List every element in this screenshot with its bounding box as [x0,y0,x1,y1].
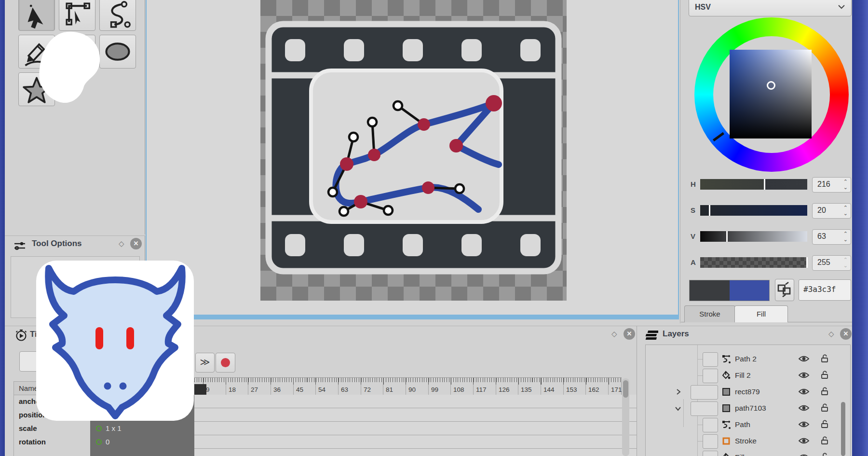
layer-thumbnail[interactable] [703,451,718,456]
stopwatch-play-icon [14,329,28,342]
layer-row[interactable]: rect879 [646,384,849,401]
unlock-icon[interactable] [820,354,829,363]
skip-end-button[interactable]: ≫ [195,353,215,373]
layer-thumbnail[interactable] [691,401,718,416]
dragon-mascot-logo [36,261,194,421]
layer-row[interactable]: Path [646,417,849,433]
layer-row[interactable]: Path 2 [646,351,849,368]
property-row[interactable]: scale 1 x 1 [14,422,195,436]
hue-spinbox[interactable]: 216⌃⌄ [812,177,851,193]
name-column-header: Name [19,384,38,392]
ruler-number: 135 [521,386,532,393]
tool-options-float-icon[interactable]: ◇ [119,240,124,247]
ruler-number: 27 [251,386,258,393]
layer-row[interactable]: Stroke [646,433,849,450]
timeline-tracks[interactable] [194,395,637,456]
ruler-number: 9 [206,386,210,393]
saturation-slider[interactable] [700,205,807,216]
visible-eye-icon[interactable] [798,355,810,362]
expander-collapsed-icon[interactable] [676,388,681,395]
ruler-number: 162 [588,386,599,393]
film-strip-artwork[interactable] [260,0,567,301]
swatch-secondary [730,280,769,301]
unlock-icon[interactable] [820,419,829,429]
visible-eye-icon[interactable] [798,421,810,428]
unlock-icon[interactable] [820,452,829,456]
stroke-icon [721,436,731,446]
ruler-number: 171 [611,386,622,393]
unlock-icon[interactable] [820,387,829,396]
layer-thumbnail[interactable] [691,385,718,400]
expander-expanded-icon[interactable] [675,406,681,412]
layers-tree: Path 2 Fill 2 [645,345,851,456]
visible-eye-icon[interactable] [798,388,810,395]
layers-float-icon[interactable]: ◇ [828,330,834,337]
group-icon [721,403,731,413]
layer-row[interactable]: Fill [646,450,849,456]
timeline-float-icon[interactable]: ◇ [611,330,617,337]
layer-row[interactable]: path7103 [646,401,849,417]
fill-icon [721,453,731,456]
visible-eye-icon[interactable] [798,454,810,456]
layers-scrollbar[interactable] [841,402,845,456]
color-mode-value: HSV [695,3,711,12]
layer-row[interactable]: Fill 2 [646,368,849,384]
layer-thumbnail[interactable] [703,418,718,432]
sv-selector[interactable] [767,81,775,90]
layer-thumbnail[interactable] [703,369,718,383]
ruler-number: 36 [273,386,281,393]
visible-eye-icon[interactable] [798,372,810,379]
layers-close-button[interactable]: ✕ [840,328,852,340]
canvas-right-divider[interactable] [680,0,680,323]
canvas-document[interactable] [260,0,567,301]
value-slider[interactable] [700,231,807,242]
sv-square[interactable] [730,50,812,138]
color-wheel[interactable] [694,17,849,172]
layer-thumbnail[interactable] [703,352,718,367]
visible-eye-icon[interactable] [798,437,810,444]
layer-thumbnail[interactable] [703,434,718,449]
canvas-viewport[interactable] [146,0,679,319]
ruler-number: 108 [453,386,464,393]
ruler-number: 144 [543,386,555,393]
hex-field[interactable]: #3a3c3f [799,279,851,301]
hex-value: #3a3c3f [803,285,836,294]
unlock-icon[interactable] [820,403,829,413]
visible-eye-icon[interactable] [798,404,810,412]
unlock-icon[interactable] [820,370,829,380]
timeline-ruler[interactable]: 9 18 27 36 45 54 63 72 81 90 99 108 117 … [194,377,622,396]
scrollbar-handle[interactable] [623,380,628,398]
hue-marker[interactable] [713,132,724,141]
tool-options-close-button[interactable]: ✕ [130,238,142,249]
path-icon [721,420,731,429]
value-spinbox[interactable]: 63⌃⌄ [812,229,851,245]
swatch-primary [690,280,730,301]
alpha-slider[interactable] [700,257,807,268]
ruler-number: 90 [408,386,416,393]
tab-stroke[interactable]: Stroke [684,305,735,322]
sliders-icon [14,241,26,251]
chevron-down-icon [838,4,845,9]
timeline-close-button[interactable]: ✕ [624,328,635,340]
property-row[interactable] [14,449,195,456]
color-swatch [689,280,770,301]
property-row[interactable]: rotation 0 [14,436,195,449]
color-mode-dropdown[interactable]: HSV [689,0,852,16]
dragon-right-eye [126,327,134,349]
hue-slider[interactable] [700,179,807,190]
record-button[interactable] [216,353,235,373]
playhead[interactable] [194,384,206,395]
unlock-icon[interactable] [820,436,829,445]
alpha-spinbox[interactable]: 255⌃⌄ [812,255,851,271]
value-label: V [691,232,695,240]
saturation-spinbox[interactable]: 20⌃⌄ [812,203,851,219]
path-icon [721,354,731,364]
ruler-number: 54 [318,386,326,393]
swap-colors-button[interactable] [775,279,794,301]
alpha-label: A [691,258,696,266]
window-border-left [0,0,5,456]
swap-colors-icon [775,279,793,300]
ruler-number: 63 [341,386,348,393]
tab-fill[interactable]: Fill [734,305,788,322]
timeline-scrollbar[interactable] [622,378,629,456]
